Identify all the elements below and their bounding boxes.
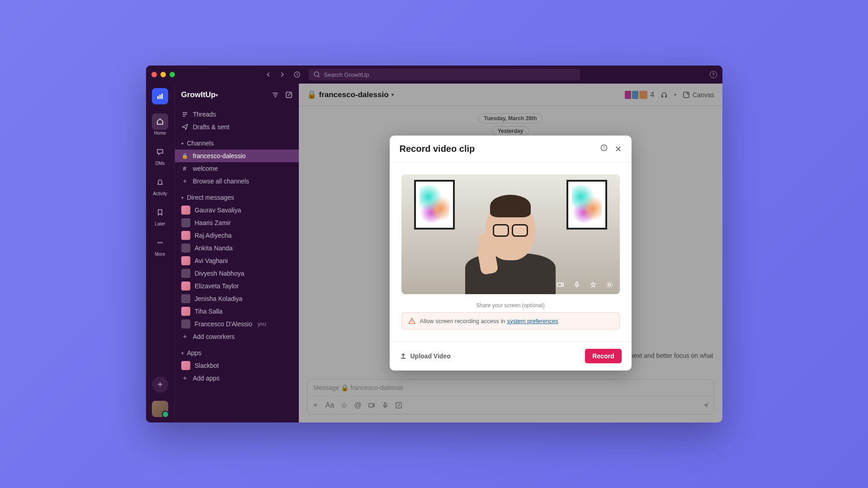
svg-rect-2 — [157, 96, 159, 99]
forward-icon[interactable] — [279, 71, 285, 78]
rail-item-dms[interactable]: DMs — [146, 141, 175, 169]
home-icon — [156, 118, 164, 125]
svg-text:?: ? — [603, 145, 605, 150]
channel-francesco[interactable]: 🔒 francesco-dalessio — [175, 150, 299, 162]
person-preview — [458, 190, 562, 294]
mic-toggle-icon[interactable] — [572, 280, 582, 290]
workspace-switcher[interactable]: GrowItUp ▾ — [175, 84, 299, 106]
back-icon[interactable] — [265, 71, 272, 78]
app-window: Search GrowItUp ? Home DMs Activity — [146, 66, 722, 422]
workspace-logo[interactable] — [152, 88, 168, 104]
avatar — [181, 282, 190, 291]
help-icon[interactable]: ? — [710, 71, 717, 78]
sidebar-threads[interactable]: Threads — [175, 108, 299, 121]
modal-footer: Upload Video Record — [390, 341, 632, 371]
app-slackbot[interactable]: Slackbot — [175, 359, 299, 372]
rail-item-more[interactable]: More — [146, 232, 175, 259]
nav-arrows — [265, 71, 285, 78]
settings-icon[interactable] — [604, 280, 614, 290]
send-icon — [181, 123, 189, 131]
svg-point-17 — [608, 284, 610, 286]
dm-item[interactable]: Tiha Salla — [175, 305, 299, 318]
svg-rect-15 — [557, 283, 561, 286]
avatar — [181, 269, 190, 278]
user-avatar[interactable] — [152, 401, 168, 417]
search-icon — [313, 71, 321, 78]
rail-add-button[interactable]: + — [152, 376, 168, 393]
search-placeholder: Search GrowItUp — [324, 71, 369, 78]
rail-item-later[interactable]: Later — [146, 202, 175, 229]
svg-rect-16 — [576, 282, 578, 285]
dm-item[interactable]: Haaris Zamir — [175, 216, 299, 229]
close-window-button[interactable] — [151, 72, 157, 77]
video-preview — [401, 174, 620, 294]
avatar — [181, 307, 190, 316]
threads-icon — [181, 111, 189, 118]
upload-video-button[interactable]: Upload Video — [400, 352, 451, 360]
filter-icon[interactable] — [272, 91, 279, 99]
caret-icon: ▾ — [181, 351, 184, 356]
avatar — [181, 218, 190, 227]
avatar — [181, 231, 190, 240]
effects-icon[interactable] — [588, 280, 598, 290]
share-screen-label: Share your screen (optional) — [401, 302, 620, 309]
compose-icon[interactable] — [285, 91, 292, 99]
help-icon[interactable]: ? — [600, 144, 608, 151]
dms-section[interactable]: ▾ Direct messages — [175, 191, 299, 204]
dm-item[interactable]: Ankita Nanda — [175, 242, 299, 254]
svg-rect-3 — [160, 95, 161, 99]
apps-section[interactable]: ▾ Apps — [175, 347, 299, 359]
dm-item[interactable]: Avi Vaghani — [175, 254, 299, 267]
svg-point-5 — [158, 242, 159, 244]
avatar — [181, 206, 190, 215]
rail-item-home[interactable]: Home — [146, 111, 175, 138]
record-video-modal: Record video clip ? ✕ — [390, 136, 632, 371]
dm-item[interactable]: Raj Adiyecha — [175, 229, 299, 242]
upload-icon — [400, 352, 407, 360]
record-button[interactable]: Record — [585, 349, 621, 363]
avatar — [181, 319, 190, 328]
channel-welcome[interactable]: # welcome — [175, 162, 299, 175]
traffic-lights — [151, 72, 175, 77]
avatar — [181, 256, 190, 265]
dm-item[interactable]: Francesco D'Alessioyou — [175, 318, 299, 330]
avatar — [181, 294, 190, 303]
dm-item[interactable]: Elizaveta Taylor — [175, 280, 299, 292]
plus-icon: ＋ — [181, 333, 189, 341]
maximize-window-button[interactable] — [170, 72, 175, 77]
dm-item[interactable]: Divyesh Nabhoya — [175, 267, 299, 280]
sidebar-drafts[interactable]: Drafts & sent — [175, 121, 299, 133]
lock-icon: 🔒 — [181, 153, 189, 159]
wall-art — [566, 180, 607, 230]
titlebar: Search GrowItUp ? — [146, 66, 722, 84]
more-icon — [156, 239, 164, 246]
modal-overlay[interactable]: Record video clip ? ✕ — [299, 84, 722, 422]
svg-point-7 — [161, 242, 163, 244]
bell-icon — [156, 178, 164, 186]
dm-item[interactable]: Jenisha Koladiya — [175, 292, 299, 305]
slackbot-icon — [181, 361, 190, 370]
svg-rect-4 — [161, 94, 163, 99]
bookmark-icon — [156, 209, 164, 216]
left-rail: Home DMs Activity Later More + — [146, 84, 175, 422]
svg-point-1 — [314, 72, 319, 76]
channels-section[interactable]: ▾ Channels — [175, 137, 299, 150]
dm-item[interactable]: Gaurav Savaliya — [175, 204, 299, 216]
camera-toggle-icon[interactable] — [556, 280, 566, 290]
browse-channels[interactable]: ＋ Browse all channels — [175, 175, 299, 188]
avatar — [181, 244, 190, 253]
add-apps[interactable]: ＋ Add apps — [175, 372, 299, 385]
plus-icon: ＋ — [181, 374, 189, 382]
modal-header: Record video clip ? ✕ — [390, 136, 632, 163]
wall-art — [414, 180, 455, 230]
history-icon[interactable] — [293, 71, 301, 78]
main-content: 🔒 francesco-dalessio ▾ 4 ▾ Ca — [299, 84, 722, 422]
add-coworkers[interactable]: ＋ Add coworkers — [175, 330, 299, 343]
close-icon[interactable]: ✕ — [615, 144, 622, 154]
plus-square-icon: ＋ — [181, 177, 189, 185]
search-input[interactable]: Search GrowItUp — [309, 69, 580, 80]
system-preferences-link[interactable]: system preferences — [507, 318, 558, 324]
rail-item-activity[interactable]: Activity — [146, 171, 175, 199]
minimize-window-button[interactable] — [160, 72, 166, 77]
sidebar: GrowItUp ▾ Threads Drafts & sent ▾ — [175, 84, 299, 422]
